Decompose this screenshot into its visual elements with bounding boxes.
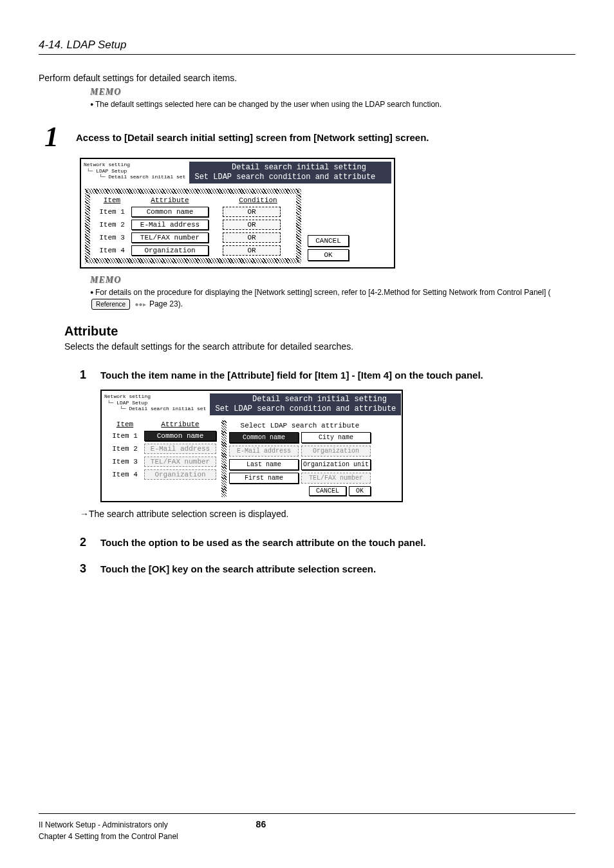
memo-text: The default settings selected here can b… bbox=[90, 99, 575, 110]
cancel-button[interactable]: CANCEL bbox=[309, 486, 346, 496]
footer-line-1: II Network Setup - Administrators only bbox=[39, 819, 178, 831]
table-row: Item 4 Organization bbox=[106, 469, 216, 480]
option-city-name[interactable]: City name bbox=[301, 432, 371, 443]
col-header-condition: Condition bbox=[223, 196, 293, 204]
item-label: Item 2 bbox=[93, 221, 131, 229]
panel-title: Detail search initial setting Set LDAP s… bbox=[189, 162, 391, 184]
option-first-name[interactable]: First name bbox=[229, 473, 299, 484]
step-number: 1 bbox=[39, 123, 64, 151]
memo-text: For details on the procedure for display… bbox=[90, 287, 575, 310]
breadcrumb: Network setting └─ LDAP Setup └─ Detail … bbox=[104, 393, 206, 415]
arrows-icon: ●●▸ bbox=[135, 301, 145, 308]
condition-button[interactable]: OR bbox=[223, 220, 281, 230]
table-row: Item 4 Organization OR bbox=[93, 245, 293, 256]
substep-text: Touch the item name in the [Attribute] f… bbox=[100, 370, 483, 381]
table-row: Item 3 TEL/FAX number OR bbox=[93, 232, 293, 243]
substep-1: 1 Touch the item name in the [Attribute]… bbox=[80, 368, 575, 382]
item-label: Item 3 bbox=[106, 458, 144, 466]
substep-number: 2 bbox=[80, 536, 91, 549]
table-row: Item 1 Common name bbox=[106, 431, 216, 441]
option-common-name[interactable]: Common name bbox=[229, 432, 299, 443]
item-label: Item 1 bbox=[106, 432, 144, 440]
page-number: 86 bbox=[256, 819, 266, 829]
substep-text: Touch the [OK] key on the search attribu… bbox=[100, 563, 376, 574]
panel-detail-search-initial: Network setting └─ LDAP Setup └─ Detail … bbox=[80, 158, 395, 269]
substep-3: 3 Touch the [OK] key on the search attri… bbox=[80, 562, 575, 576]
select-attribute-title: Select LDAP search attribute bbox=[229, 422, 371, 429]
substep-number: 1 bbox=[80, 368, 91, 382]
memo-1: MEMO The default settings selected here … bbox=[90, 87, 575, 110]
memo-label: MEMO bbox=[90, 87, 575, 97]
attribute-button-disabled: Organization bbox=[144, 469, 216, 480]
substep-text: Touch the option to be used as the searc… bbox=[100, 537, 426, 548]
col-header-item: Item bbox=[93, 196, 131, 204]
attribute-desc: Selects the default settings for the sea… bbox=[64, 341, 575, 352]
table-row: Item 2 E-Mail address bbox=[106, 444, 216, 454]
condition-button[interactable]: OR bbox=[223, 245, 281, 256]
attribute-button-selected[interactable]: Common name bbox=[144, 431, 216, 441]
substep-2: 2 Touch the option to be used as the sea… bbox=[80, 536, 575, 549]
attribute-button[interactable]: TEL/FAX number bbox=[131, 232, 209, 243]
substep-number: 3 bbox=[80, 562, 91, 576]
step-1: 1 Access to [Detail search initial setti… bbox=[39, 123, 575, 151]
breadcrumb: Network setting └─ LDAP Setup └─ Detail … bbox=[84, 162, 185, 184]
panel-attribute-select: Network setting └─ LDAP Setup └─ Detail … bbox=[100, 390, 403, 502]
ok-button[interactable]: OK bbox=[349, 486, 371, 496]
intro-text: Perform default settings for detailed se… bbox=[39, 73, 575, 83]
item-label: Item 4 bbox=[93, 247, 131, 254]
item-label: Item 4 bbox=[106, 471, 144, 478]
option-organization: Organization bbox=[301, 446, 371, 457]
attribute-button[interactable]: Organization bbox=[131, 245, 209, 256]
col-header-attribute: Attribute bbox=[131, 196, 209, 204]
reference-badge: Reference bbox=[91, 299, 130, 310]
col-header-item: Item bbox=[106, 420, 144, 428]
step-text: Access to [Detail search initial setting… bbox=[76, 123, 429, 143]
condition-button[interactable]: OR bbox=[223, 232, 281, 243]
ok-button[interactable]: OK bbox=[308, 249, 349, 261]
attribute-button-disabled: TEL/FAX number bbox=[144, 457, 216, 467]
item-label: Item 3 bbox=[93, 234, 131, 241]
result-text: →The search attribute selection screen i… bbox=[80, 509, 575, 519]
table-row: Item 2 E-Mail address OR bbox=[93, 220, 293, 230]
footer-line-2: Chapter 4 Setting from the Control Panel bbox=[39, 831, 178, 842]
option-tel-fax-number: TEL/FAX number bbox=[301, 473, 371, 484]
table-row: Item 3 TEL/FAX number bbox=[106, 457, 216, 467]
section-title: 4-14. LDAP Setup bbox=[39, 39, 575, 52]
panel-title: Detail search initial setting Set LDAP s… bbox=[210, 393, 401, 415]
cancel-button[interactable]: CANCEL bbox=[308, 235, 349, 247]
option-organization-unit[interactable]: Organization unit bbox=[301, 459, 371, 470]
item-label: Item 2 bbox=[106, 445, 144, 453]
attribute-button-disabled: E-Mail address bbox=[144, 444, 216, 454]
memo-text-a: For details on the procedure for display… bbox=[95, 288, 551, 297]
attribute-button[interactable]: Common name bbox=[131, 207, 209, 217]
footer-divider bbox=[39, 813, 575, 814]
option-last-name[interactable]: Last name bbox=[229, 459, 299, 470]
attribute-heading: Attribute bbox=[64, 324, 575, 339]
section-divider bbox=[39, 54, 575, 55]
item-label: Item 1 bbox=[93, 208, 131, 216]
condition-button[interactable]: OR bbox=[223, 207, 281, 217]
table-row: Item 1 Common name OR bbox=[93, 207, 293, 217]
attribute-button[interactable]: E-Mail address bbox=[131, 220, 209, 230]
page-footer: II Network Setup - Administrators only C… bbox=[39, 813, 575, 842]
memo-label: MEMO bbox=[90, 275, 575, 285]
option-email-address: E-Mail address bbox=[229, 446, 299, 457]
memo-2: MEMO For details on the procedure for di… bbox=[90, 275, 575, 310]
col-header-attribute: Attribute bbox=[144, 420, 216, 428]
memo-text-b: Page 23). bbox=[149, 299, 183, 308]
